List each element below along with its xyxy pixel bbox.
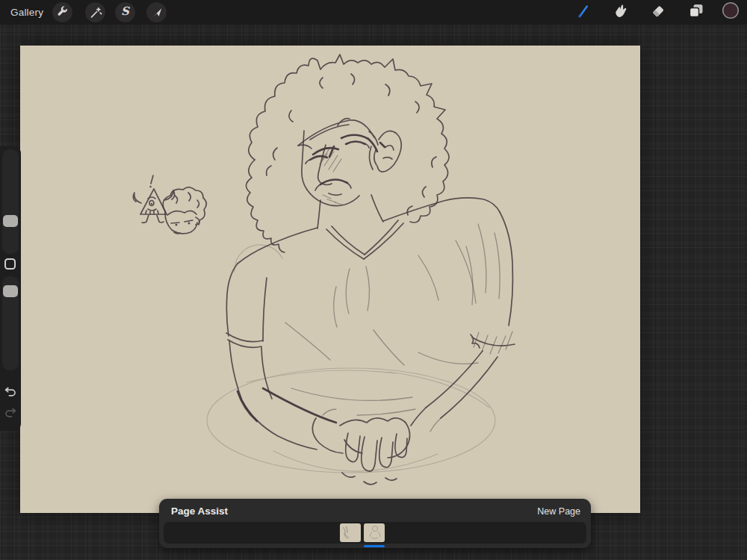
page-thumbnail-1[interactable] bbox=[340, 523, 361, 542]
layers-icon bbox=[688, 2, 704, 22]
brush-size-slider[interactable] bbox=[2, 149, 19, 254]
selection-button[interactable]: S bbox=[115, 2, 135, 22]
undo-button[interactable] bbox=[2, 385, 19, 401]
doodle-triangle-character bbox=[133, 175, 174, 223]
color-swatch-circle bbox=[722, 1, 740, 22]
adjustments-button[interactable] bbox=[85, 2, 105, 22]
transform-arrow-icon bbox=[149, 5, 164, 20]
transform-button[interactable] bbox=[146, 2, 167, 22]
top-toolbar: Gallery S bbox=[0, 0, 747, 25]
wrench-icon bbox=[55, 5, 70, 20]
erase-tool-button[interactable] bbox=[650, 4, 666, 20]
brush-sidebar bbox=[0, 146, 21, 431]
page-assist-panel: Page Assist New Page bbox=[159, 499, 591, 548]
page-assist-title: Page Assist bbox=[171, 505, 228, 517]
gallery-button[interactable]: Gallery bbox=[10, 0, 43, 25]
magic-wand-icon bbox=[88, 5, 103, 20]
redo-button[interactable] bbox=[2, 405, 19, 422]
color-button[interactable] bbox=[722, 4, 739, 20]
selected-page-indicator bbox=[364, 545, 385, 547]
smudge-tool-button[interactable] bbox=[612, 4, 628, 20]
drawing-canvas[interactable] bbox=[20, 46, 640, 513]
modify-button[interactable] bbox=[4, 258, 16, 270]
eraser-icon bbox=[650, 2, 666, 22]
redo-arrow-icon bbox=[3, 405, 18, 423]
canvas-artwork bbox=[20, 46, 640, 513]
smudge-finger-icon bbox=[612, 2, 628, 22]
brush-icon bbox=[574, 2, 591, 22]
brush-opacity-handle[interactable] bbox=[3, 285, 18, 297]
undo-arrow-icon bbox=[3, 384, 18, 402]
new-page-button[interactable]: New Page bbox=[537, 506, 580, 517]
page-thumbnail-2[interactable] bbox=[364, 523, 385, 542]
actions-button[interactable] bbox=[52, 2, 72, 22]
layers-button[interactable] bbox=[688, 4, 704, 20]
paint-tool-button[interactable] bbox=[574, 4, 591, 20]
selection-s-icon: S bbox=[121, 6, 129, 19]
brush-size-handle[interactable] bbox=[3, 215, 18, 227]
procreate-workspace: Gallery S bbox=[0, 0, 747, 560]
doodle-chibi-head bbox=[163, 187, 206, 234]
